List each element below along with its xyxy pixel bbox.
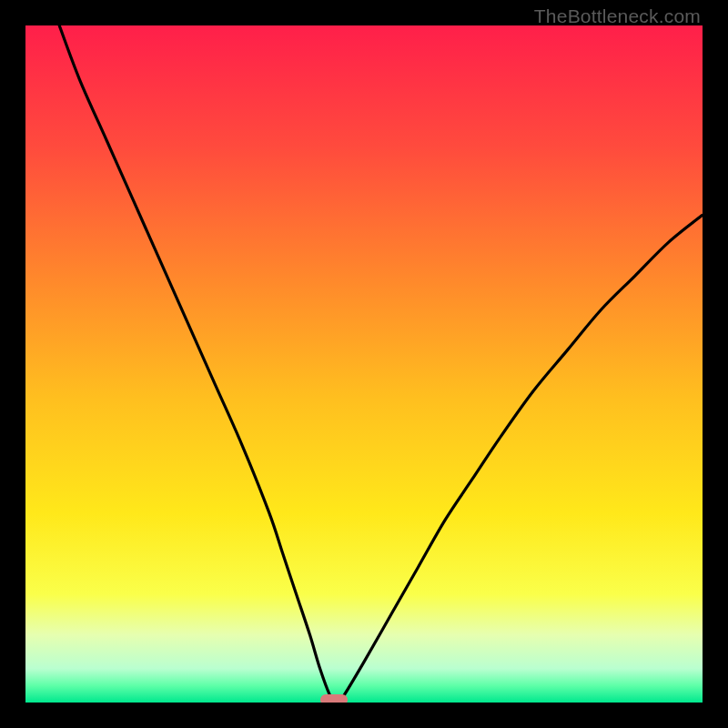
- optimal-marker: [320, 694, 348, 703]
- bottleneck-curve: [59, 25, 703, 703]
- plot-area: [25, 25, 703, 703]
- chart-frame: TheBottleneck.com: [0, 0, 728, 728]
- curve-layer: [25, 25, 703, 703]
- watermark-text: TheBottleneck.com: [534, 5, 701, 27]
